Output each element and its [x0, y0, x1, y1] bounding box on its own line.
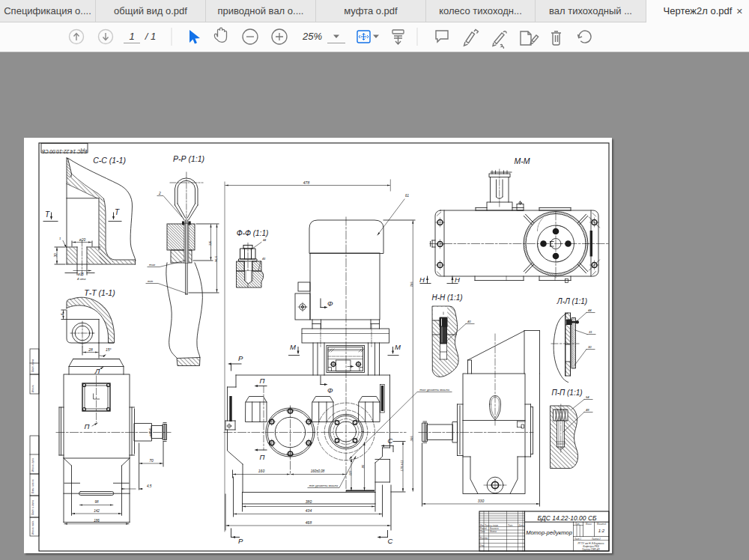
svg-text:Группа СМ1-41: Группа СМ1-41: [582, 548, 600, 551]
svg-text:Р: Р: [238, 537, 243, 545]
svg-text:54: 54: [586, 395, 589, 399]
svg-text:Т: Т: [115, 208, 120, 216]
svg-text:Формат А1: Формат А1: [590, 553, 604, 554]
svg-text:Н: Н: [419, 276, 425, 284]
svg-text:№ докум.: № докум.: [490, 524, 499, 527]
svg-text:176 h11: 176 h11: [400, 460, 404, 472]
svg-text:44: 44: [588, 308, 592, 312]
svg-text:Мотор-редуктор: Мотор-редуктор: [526, 529, 572, 536]
svg-text:М-М: М-М: [515, 156, 530, 165]
svg-text:Васильев: Васильев: [490, 527, 499, 530]
svg-text:max: max: [149, 263, 156, 267]
svg-text:Подп. дата: Подп. дата: [31, 359, 34, 372]
svg-text:186: 186: [94, 519, 100, 523]
svg-text:П: П: [260, 453, 265, 461]
svg-text:1:2: 1:2: [598, 529, 605, 533]
svg-text:С: С: [388, 537, 393, 545]
svg-text:Инв.№ дубл.: Инв.№ дубл.: [31, 457, 34, 472]
svg-text:98: 98: [94, 500, 99, 504]
svg-text:Иванов: Иванов: [490, 530, 497, 533]
svg-text:28: 28: [88, 347, 93, 352]
svg-text:С: С: [388, 436, 393, 445]
svg-text:Н.контр.: Н.контр.: [480, 537, 488, 540]
svg-text:40: 40: [467, 320, 471, 323]
svg-text:min уровень масла: min уровень масла: [309, 484, 339, 487]
svg-text:Т: Т: [45, 210, 50, 219]
svg-text:4: 4: [60, 313, 64, 315]
svg-text:44: 44: [263, 239, 266, 242]
svg-text:М: М: [290, 343, 296, 351]
svg-text:110: 110: [348, 470, 352, 475]
svg-text:96,5: 96,5: [214, 255, 218, 262]
svg-text:П-П (1:1): П-П (1:1): [551, 389, 582, 397]
svg-text:Н-Н (1:1): Н-Н (1:1): [431, 293, 462, 302]
svg-text:Дата: Дата: [518, 524, 524, 527]
svg-text:БДС 14.22-10.00 СБ: БДС 14.22-10.00 СБ: [537, 514, 597, 522]
svg-text:РГТУ им Н.Э.Баумана: РГТУ им Н.Э.Баумана: [578, 542, 604, 545]
svg-text:Л-Л (1:1): Л-Л (1:1): [557, 297, 587, 305]
svg-text:330: 330: [478, 499, 485, 503]
svg-text:434: 434: [306, 508, 312, 513]
svg-text:380: 380: [306, 499, 312, 504]
svg-text:Н: Н: [455, 276, 460, 284]
svg-text:1: 1: [129, 31, 134, 42]
svg-text:/ 1: / 1: [145, 31, 156, 42]
svg-text:ø42к6: ø42к6: [148, 427, 152, 436]
svg-text:160±0,08: 160±0,08: [311, 469, 325, 473]
svg-text:Утв.: Утв.: [480, 544, 485, 547]
svg-text:Разраб.: Разраб.: [480, 527, 488, 530]
svg-text:Ф-Ф (1:1): Ф-Ф (1:1): [237, 229, 269, 237]
svg-text:315: 315: [208, 240, 212, 246]
svg-text:Подп.: Подп.: [508, 524, 513, 527]
svg-text:Инв.№ подл.: Инв.№ подл.: [31, 520, 34, 535]
svg-text:142: 142: [94, 509, 100, 513]
svg-text:785: 785: [410, 281, 413, 287]
svg-text:Масштаб: Масштаб: [597, 523, 607, 526]
svg-text:86: 86: [361, 464, 365, 468]
svg-text:Л: Л: [94, 367, 100, 375]
svg-text:Т-Т (1-1): Т-Т (1-1): [84, 288, 115, 297]
svg-text:П: П: [260, 377, 265, 385]
svg-text:1: 1: [59, 237, 61, 240]
svg-text:ø15: ø15: [78, 273, 84, 276]
svg-text:43: 43: [262, 258, 266, 261]
svg-text:48: 48: [586, 408, 589, 412]
svg-text:Масса: Масса: [586, 523, 592, 526]
svg-text:Ф: Ф: [327, 386, 333, 395]
svg-text:4 отв: 4 отв: [77, 277, 86, 281]
svg-text:Ф: Ф: [327, 299, 333, 308]
svg-text:61: 61: [405, 194, 410, 198]
svg-text:С-С (1-1): С-С (1-1): [93, 156, 126, 165]
svg-text:365: 365: [410, 436, 413, 442]
svg-text:160: 160: [258, 469, 265, 473]
svg-text:Лит.: Лит.: [574, 523, 580, 526]
svg-text:М: М: [395, 343, 401, 351]
svg-text:Пров.: Пров.: [480, 530, 485, 533]
svg-text:Копировал: Копировал: [538, 553, 550, 554]
svg-text:15°: 15°: [106, 347, 112, 352]
svg-text:Взам. инв.№: Взам. инв.№: [31, 479, 34, 493]
svg-text:70: 70: [149, 458, 154, 463]
svg-text:Р-Р (1:1): Р-Р (1:1): [173, 154, 204, 163]
svg-text:30: 30: [588, 345, 592, 349]
svg-text:2: 2: [158, 191, 161, 195]
svg-text:max уровень масла: max уровень масла: [419, 388, 449, 392]
svg-text:478: 478: [303, 180, 310, 185]
svg-text:31: 31: [589, 330, 592, 334]
svg-text:БДС 14.22-10.00 СБ: БДС 14.22-10.00 СБ: [42, 148, 88, 154]
svg-text:Лист 1: Лист 1: [574, 538, 581, 541]
svg-text:Р: Р: [238, 354, 243, 362]
svg-text:П: П: [85, 422, 90, 430]
svg-text:Листов 2: Листов 2: [591, 538, 601, 541]
svg-text:ø20: ø20: [79, 238, 86, 242]
svg-text:Изм: Изм: [480, 524, 484, 527]
svg-text:30: 30: [54, 253, 58, 258]
svg-text:Инв.№: Инв.№: [31, 384, 34, 392]
svg-text:468: 468: [306, 520, 312, 525]
svg-text:min: min: [148, 279, 154, 283]
svg-text:Подп. и дата: Подп. и дата: [31, 500, 34, 515]
svg-text:25%: 25%: [302, 31, 322, 42]
svg-text:4,5: 4,5: [147, 484, 152, 488]
